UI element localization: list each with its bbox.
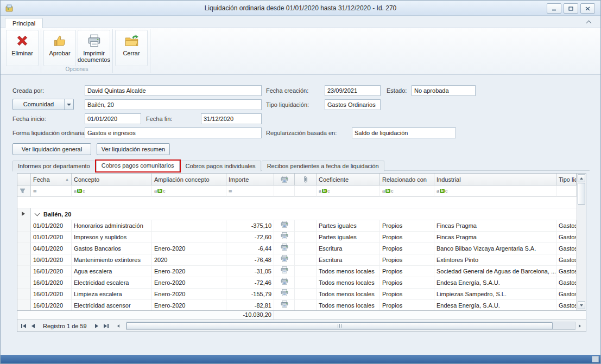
- cell-attachment[interactable]: [295, 266, 317, 277]
- grid-row[interactable]: 01/01/2020Honorarios administración-375,…: [17, 220, 577, 232]
- cell-attachment[interactable]: [295, 243, 317, 254]
- cell-tipo-liquidacion[interactable]: Gastos: [556, 254, 577, 266]
- cell-industrial[interactable]: Endesa Energía, S.A.U.: [434, 300, 556, 311]
- cell-concepto[interactable]: Agua escalera: [72, 266, 152, 277]
- row-indicator-cell[interactable]: [17, 254, 31, 266]
- horizontal-scroll-thumb[interactable]: [126, 322, 553, 329]
- cell-coeficiente[interactable]: Todos menos locales: [317, 266, 380, 277]
- cell-fecha[interactable]: 16/01/2020: [31, 277, 72, 289]
- cerrar-button[interactable]: Cerrar: [115, 30, 148, 66]
- cell-print-icon[interactable]: [274, 220, 295, 232]
- scroll-up-button[interactable]: [578, 174, 585, 182]
- cell-attachment[interactable]: [295, 220, 317, 232]
- row-indicator-cell[interactable]: [17, 220, 31, 232]
- fecha-inicio-field[interactable]: 01/01/2020: [85, 113, 141, 124]
- eliminar-button[interactable]: Eliminar: [6, 30, 39, 66]
- cell-attachment[interactable]: [295, 232, 317, 243]
- column-header-ampliacion[interactable]: Ampliación concepto: [152, 174, 226, 186]
- fecha-creacion-field[interactable]: 23/09/2021: [325, 85, 381, 96]
- creada-por-field[interactable]: David Quintas Alcalde: [85, 85, 262, 96]
- comunidad-field[interactable]: Bailén, 20: [85, 99, 262, 110]
- cell-concepto[interactable]: Electricidad ascensor: [72, 300, 152, 311]
- column-header-tipo-liquidacion[interactable]: Tipo liquida: [556, 174, 577, 186]
- cell-importe[interactable]: -31,05: [226, 266, 274, 277]
- group-expand-icon[interactable]: [35, 210, 40, 216]
- cell-concepto[interactable]: Electricidad escalera: [72, 277, 152, 289]
- cell-ampliacion[interactable]: [152, 220, 226, 232]
- cell-concepto[interactable]: Limpieza escalera: [72, 289, 152, 300]
- aprobar-button[interactable]: Aprobar: [43, 30, 76, 66]
- cell-print-icon[interactable]: [274, 232, 295, 243]
- grid-row[interactable]: 16/01/2020Electricidad escaleraEnero-202…: [17, 277, 577, 289]
- cell-relacionado[interactable]: Propios: [380, 289, 434, 300]
- cell-print-icon[interactable]: [274, 277, 295, 289]
- cell-relacionado[interactable]: Propios: [380, 300, 434, 311]
- resize-grip[interactable]: [592, 356, 599, 362]
- grid-row[interactable]: 01/01/2020Impresos y suplidos-72,60 Part…: [17, 232, 577, 243]
- cell-concepto[interactable]: Honorarios administración: [72, 220, 152, 232]
- fecha-fin-field[interactable]: 31/12/2020: [201, 113, 262, 124]
- cell-importe[interactable]: -155,79: [226, 289, 274, 300]
- cell-ampliacion[interactable]: Enero-2020: [152, 243, 226, 254]
- row-indicator-cell[interactable]: [17, 277, 31, 289]
- cell-relacionado[interactable]: Propios: [380, 254, 434, 266]
- cell-importe[interactable]: -82,81: [226, 300, 274, 311]
- cell-attachment[interactable]: [295, 289, 317, 300]
- cell-tipo-liquidacion[interactable]: Gastos: [556, 266, 577, 277]
- cell-ampliacion[interactable]: [152, 232, 226, 243]
- filter-attachment[interactable]: [295, 186, 317, 197]
- filter-tipo[interactable]: [556, 186, 577, 197]
- cell-coeficiente[interactable]: Todos menos locales: [317, 277, 380, 289]
- cell-tipo-liquidacion[interactable]: Gastos: [556, 232, 577, 243]
- cell-industrial[interactable]: Sociedad General de Aguas de Barcelona, …: [434, 266, 556, 277]
- cell-industrial[interactable]: Banco Bilbao Vizcaya Argentaria S.A.: [434, 243, 556, 254]
- cell-relacionado[interactable]: Propios: [380, 232, 434, 243]
- cell-importe[interactable]: -375,10: [226, 220, 274, 232]
- cell-fecha[interactable]: 16/01/2020: [31, 266, 72, 277]
- cell-ampliacion[interactable]: Enero-2020: [152, 300, 226, 311]
- minimize-button[interactable]: [547, 3, 561, 14]
- cell-fecha[interactable]: 16/01/2020: [31, 300, 72, 311]
- cell-tipo-liquidacion[interactable]: Gastos: [556, 277, 577, 289]
- cell-tipo-liquidacion[interactable]: Gastos: [556, 220, 577, 232]
- cell-ampliacion[interactable]: Enero-2020: [152, 266, 226, 277]
- filter-relacionado[interactable]: abc: [380, 186, 434, 197]
- grid-row[interactable]: 16/01/2020Limpieza escaleraEnero-2020-15…: [17, 289, 577, 300]
- cell-relacionado[interactable]: Propios: [380, 277, 434, 289]
- row-indicator-cell[interactable]: [17, 289, 31, 300]
- cell-relacionado[interactable]: Propios: [380, 220, 434, 232]
- cell-fecha[interactable]: 01/01/2020: [31, 232, 72, 243]
- cell-industrial[interactable]: Fincas Pragma: [434, 232, 556, 243]
- cell-tipo-liquidacion[interactable]: Gastos: [556, 289, 577, 300]
- filter-importe[interactable]: =: [226, 186, 274, 197]
- cell-industrial[interactable]: Fincas Pragma: [434, 220, 556, 232]
- grid-row[interactable]: 16/01/2020Electricidad ascensorEnero-202…: [17, 300, 577, 311]
- cell-importe[interactable]: -72,46: [226, 277, 274, 289]
- ribbon-tab-principal[interactable]: Principal: [5, 18, 43, 29]
- cell-attachment[interactable]: [295, 300, 317, 311]
- previous-record-button[interactable]: [28, 322, 37, 330]
- vertical-scrollbar[interactable]: [577, 174, 586, 310]
- cell-coeficiente[interactable]: Todos menos locales: [317, 300, 380, 311]
- horizontal-scrollbar[interactable]: [126, 322, 575, 330]
- comunidad-dropdown[interactable]: Comunidad: [12, 99, 74, 110]
- cell-tipo-liquidacion[interactable]: Gastos: [556, 243, 577, 254]
- cell-print-icon[interactable]: [274, 243, 295, 254]
- row-indicator-cell[interactable]: [17, 266, 31, 277]
- scroll-right-button[interactable]: [575, 322, 584, 330]
- column-header-coeficiente[interactable]: Coeficiente: [317, 174, 380, 186]
- cell-ampliacion[interactable]: 2020: [152, 254, 226, 266]
- grid-row[interactable]: 10/01/2020Mantenimiento extintores2020-7…: [17, 254, 577, 266]
- cell-ampliacion[interactable]: Enero-2020: [152, 277, 226, 289]
- cell-coeficiente[interactable]: Partes iguales: [317, 232, 380, 243]
- cell-industrial[interactable]: Limpiezas Sampedro, S.L.: [434, 289, 556, 300]
- cell-fecha[interactable]: 10/01/2020: [31, 254, 72, 266]
- cell-print-icon[interactable]: [274, 266, 295, 277]
- cell-coeficiente[interactable]: Escritura: [317, 254, 380, 266]
- vertical-scroll-thumb[interactable]: [578, 183, 585, 205]
- column-header-relacionado[interactable]: Relacionado con: [380, 174, 434, 186]
- tab-cobros-pagos-comunitarios[interactable]: Cobros pagos comunitarios: [96, 160, 180, 171]
- cell-coeficiente[interactable]: Escritura: [317, 243, 380, 254]
- tab-informes-por-departamento[interactable]: Informes por departamento: [12, 161, 96, 171]
- cell-relacionado[interactable]: Propios: [380, 266, 434, 277]
